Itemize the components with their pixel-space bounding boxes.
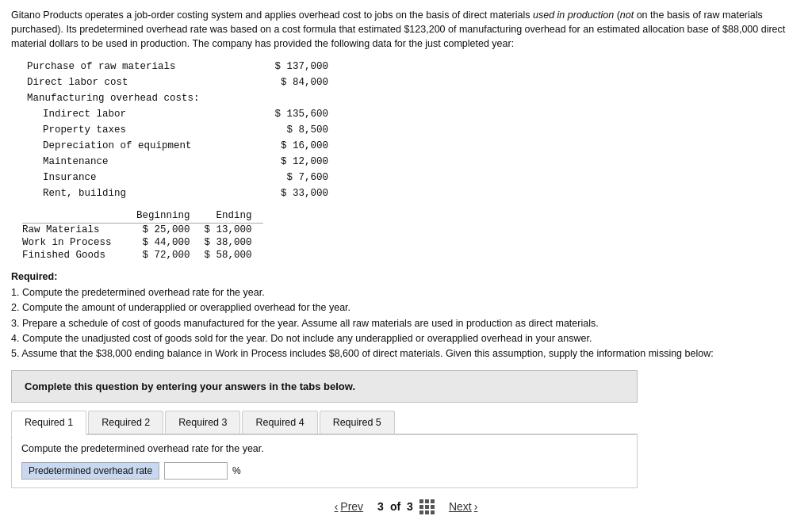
inventory-col-label: [22, 209, 133, 224]
required-item: 5. Assume that the $38,000 ending balanc…: [11, 346, 801, 361]
page-info: 3 of 3: [377, 499, 435, 514]
overhead-rate-input[interactable]: [164, 462, 228, 480]
inventory-table: Beginning Ending Raw Materials$ 25,000$ …: [22, 209, 263, 262]
overhead-item-value: $ 8,500: [257, 122, 328, 138]
inv-beginning: $ 72,000: [133, 249, 201, 262]
tab-instruction: Compute the predetermined overhead rate …: [21, 443, 627, 454]
purchase-raw-label: Purchase of raw materials: [27, 59, 176, 75]
overhead-item-value: $ 33,000: [257, 185, 328, 201]
tab-required-4[interactable]: Required 4: [242, 411, 317, 434]
inventory-col-ending: Ending: [201, 209, 263, 224]
prev-chevron-icon: ‹: [335, 500, 339, 513]
inventory-section: Beginning Ending Raw Materials$ 25,000$ …: [22, 209, 801, 262]
required-item: 1. Compute the predetermined overhead ra…: [11, 285, 801, 300]
overhead-item-row: Insurance$ 7,600: [27, 170, 328, 185]
next-chevron-icon: ›: [474, 500, 478, 513]
tab-content: Compute the predetermined overhead rate …: [11, 435, 638, 488]
inventory-row: Finished Goods$ 72,000$ 58,000: [22, 249, 263, 262]
inventory-body: Raw Materials$ 25,000$ 13,000Work in Pro…: [22, 224, 263, 262]
current-page: 3: [377, 500, 384, 513]
inv-beginning: $ 25,000: [133, 224, 201, 237]
overhead-item-label: Property taxes: [27, 122, 126, 138]
overhead-item-label: Insurance: [27, 170, 97, 185]
next-button[interactable]: Next ›: [449, 500, 477, 513]
bottom-navigation: ‹ Prev 3 of 3 Next ›: [0, 491, 812, 516]
required-item: 4. Compute the unadjusted cost of goods …: [11, 331, 801, 346]
inventory-header-row: Beginning Ending: [22, 209, 263, 224]
inventory-row: Work in Process$ 44,000$ 38,000: [22, 236, 263, 249]
prev-button[interactable]: ‹ Prev: [335, 500, 363, 513]
overhead-items: Indirect labor$ 135,600Property taxes$ 8…: [27, 106, 801, 201]
mfg-overhead-label-row: Manufacturing overhead costs:: [27, 90, 328, 106]
total-pages: 3: [407, 500, 413, 513]
purchase-raw-row: Purchase of raw materials $ 137,000: [27, 59, 328, 75]
overhead-item-value: $ 135,600: [257, 106, 328, 122]
required-section: Required: 1. Compute the predetermined o…: [11, 269, 801, 361]
overhead-item-value: $ 16,000: [257, 138, 328, 154]
required-item: 3. Prepare a schedule of cost of goods m…: [11, 316, 801, 331]
inventory-col-beginning: Beginning: [133, 209, 201, 224]
overhead-item-label: Indirect labor: [27, 106, 126, 122]
overhead-item-row: Maintenance$ 12,000: [27, 154, 328, 170]
purchase-raw-value: $ 137,000: [257, 59, 328, 75]
tabs-row: Required 1Required 2Required 3Required 4…: [11, 411, 638, 435]
inventory-row: Raw Materials$ 25,000$ 13,000: [22, 224, 263, 237]
inv-label: Raw Materials: [22, 224, 133, 237]
input-row: Predetermined overhead rate %: [21, 462, 627, 480]
overhead-item-value: $ 12,000: [257, 154, 328, 170]
percent-label: %: [232, 465, 241, 476]
direct-labor-value: $ 84,000: [257, 75, 328, 90]
inv-ending: $ 38,000: [201, 236, 263, 249]
tab-required-3[interactable]: Required 3: [165, 411, 240, 434]
overhead-item-label: Depreciation of equipment: [27, 138, 192, 154]
overhead-item-row: Indirect labor$ 135,600: [27, 106, 328, 122]
overhead-item-value: $ 7,600: [257, 170, 328, 185]
required-items: 1. Compute the predetermined overhead ra…: [11, 285, 801, 362]
question-box: Complete this question by entering your …: [11, 370, 638, 403]
tab-required-2[interactable]: Required 2: [88, 411, 163, 434]
overhead-item-label: Maintenance: [27, 154, 109, 170]
intro-paragraph: Gitano Products operates a job-order cos…: [11, 8, 801, 51]
cost-data-section: Purchase of raw materials $ 137,000 Dire…: [27, 59, 801, 201]
overhead-item-row: Rent, building$ 33,000: [27, 185, 328, 201]
inv-ending: $ 58,000: [201, 249, 263, 262]
tabs-section: Required 1Required 2Required 3Required 4…: [11, 411, 638, 488]
inv-label: Finished Goods: [22, 249, 133, 262]
inv-ending: $ 13,000: [201, 224, 263, 237]
overhead-item-row: Property taxes$ 8,500: [27, 122, 328, 138]
inv-label: Work in Process: [22, 236, 133, 249]
direct-labor-row: Direct labor cost $ 84,000: [27, 75, 328, 90]
question-box-text: Complete this question by entering your …: [25, 380, 355, 392]
tab-required-1[interactable]: Required 1: [11, 411, 86, 435]
inv-beginning: $ 44,000: [133, 236, 201, 249]
overhead-item-label: Rent, building: [27, 185, 126, 201]
grid-icon[interactable]: [419, 499, 435, 514]
page-sep: of: [390, 500, 400, 513]
prev-label: Prev: [340, 500, 363, 513]
field-label: Predetermined overhead rate: [21, 462, 159, 480]
direct-labor-label: Direct labor cost: [27, 75, 128, 90]
overhead-item-row: Depreciation of equipment$ 16,000: [27, 138, 328, 154]
mfg-overhead-label: Manufacturing overhead costs:: [27, 90, 200, 106]
next-label: Next: [449, 500, 472, 513]
page-wrapper: Gitano Products operates a job-order cos…: [0, 0, 812, 516]
required-item: 2. Compute the amount of underapplied or…: [11, 300, 801, 315]
required-label: Required:: [11, 271, 57, 282]
content-area: Gitano Products operates a job-order cos…: [0, 0, 812, 491]
tab-required-5[interactable]: Required 5: [320, 411, 395, 434]
